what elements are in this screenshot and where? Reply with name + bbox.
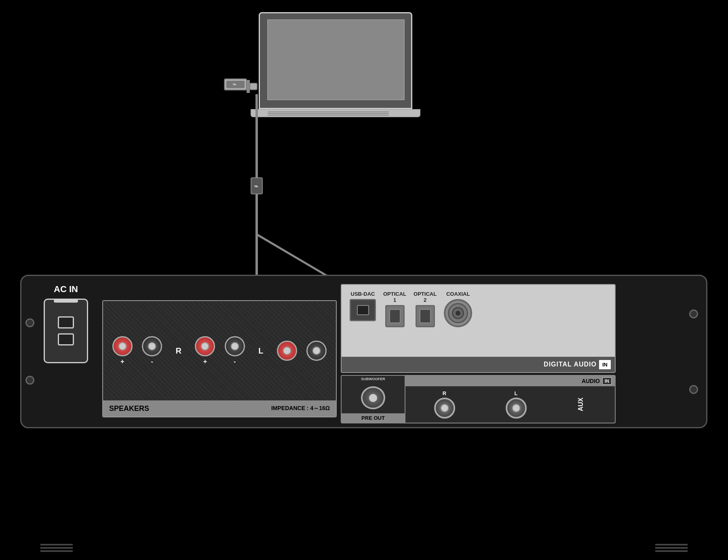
bottom-lines-right bbox=[655, 544, 688, 552]
svg-text:⌁: ⌁ bbox=[232, 81, 236, 88]
coaxial-label: COAXIAL bbox=[446, 291, 470, 297]
optical2-port bbox=[416, 305, 435, 327]
usb-dac-label: USB-DAC bbox=[351, 291, 375, 297]
ac-in-label: AC IN bbox=[54, 284, 78, 295]
ac-connector bbox=[44, 299, 88, 363]
screw-left-top bbox=[25, 318, 34, 327]
bottom-lines-left bbox=[40, 544, 73, 552]
bottom-line-1 bbox=[40, 544, 73, 545]
bottom-line-4 bbox=[655, 544, 688, 545]
speaker-terminals-rm bbox=[225, 336, 245, 356]
terminal-minus-label: - bbox=[151, 358, 153, 365]
terminal-l-minus bbox=[142, 336, 162, 356]
left-screws bbox=[25, 318, 34, 385]
terminal-inner-rp bbox=[201, 342, 209, 350]
optical1-inner bbox=[389, 309, 401, 323]
terminal-plus-label: + bbox=[120, 358, 124, 365]
rca-r-port bbox=[434, 398, 455, 419]
audio-in-text: AUDIO bbox=[582, 378, 600, 384]
optical1-group: OPTICAL1 bbox=[383, 291, 406, 327]
svg-rect-4 bbox=[250, 83, 257, 90]
bottom-line-6 bbox=[655, 550, 688, 552]
terminal-extra-2 bbox=[306, 341, 327, 361]
terminal-inner-rm bbox=[231, 342, 239, 350]
speaker-group-right-minus: - bbox=[225, 336, 245, 365]
digital-label-bar: DIGITAL AUDIO IN bbox=[342, 357, 615, 372]
audio-in-badge: IN bbox=[602, 377, 612, 385]
subwoofer-label: SUBWOOFER bbox=[360, 376, 386, 382]
terminal-r-plus bbox=[195, 336, 215, 356]
speakers-section: + - R + - L bbox=[102, 300, 337, 417]
svg-rect-3 bbox=[247, 80, 250, 93]
audio-in-label-bar: AUDIO IN bbox=[405, 376, 615, 386]
speaker-terminals-rp bbox=[195, 336, 215, 356]
speaker-group-extra1 bbox=[277, 341, 297, 361]
preout-label-bar: PRE OUT bbox=[342, 413, 405, 423]
coaxial-group: COAXIAL bbox=[444, 291, 472, 327]
terminal-inner-e1 bbox=[283, 347, 291, 355]
optical2-group: OPTICAL2 bbox=[414, 291, 437, 327]
bottom-line-5 bbox=[655, 547, 688, 549]
speakers-title: SPEAKERS bbox=[109, 404, 149, 413]
svg-text:⌁: ⌁ bbox=[254, 182, 258, 190]
screw-left-bottom bbox=[25, 376, 34, 385]
optical2-inner bbox=[420, 309, 431, 323]
knob-inner bbox=[369, 394, 377, 402]
speaker-group-left-plus: + bbox=[112, 336, 133, 365]
audio-in-section: AUDIO IN R L AUX bbox=[405, 375, 616, 423]
speaker-l-label: L bbox=[254, 346, 267, 356]
rca-r-group: R bbox=[434, 390, 455, 419]
preout-audio-section: SUBWOOFER PRE OUT AUDIO IN R bbox=[341, 375, 616, 423]
terminal-r-minus bbox=[225, 336, 245, 356]
digital-audio-section: USB-DAC OPTICAL1 OPTICAL2 bbox=[341, 284, 616, 373]
terminal-l-plus bbox=[112, 336, 133, 356]
speaker-group-left-minus: - bbox=[142, 336, 162, 365]
preout-section: SUBWOOFER PRE OUT bbox=[341, 375, 405, 423]
ac-slot-bottom bbox=[58, 333, 74, 345]
speakers-impedance: IMPEDANCE : 4～16Ω bbox=[271, 405, 330, 412]
coaxial-ring1 bbox=[448, 303, 468, 323]
digital-ports: USB-DAC OPTICAL1 OPTICAL2 bbox=[342, 285, 615, 333]
terminal-inner-lm bbox=[148, 342, 156, 350]
coaxial-center bbox=[456, 311, 460, 316]
speaker-group-extra2 bbox=[306, 341, 327, 361]
optical1-port bbox=[385, 305, 405, 327]
terminal-minus-r-label: - bbox=[234, 358, 236, 365]
coaxial-port bbox=[444, 299, 472, 327]
preout-subwoofer-knob bbox=[361, 386, 385, 409]
rca-l-inner bbox=[512, 404, 520, 412]
rca-l-label: L bbox=[515, 390, 518, 396]
speakers-label-bar: SPEAKERS IMPEDANCE : 4～16Ω bbox=[103, 400, 336, 417]
digital-in-badge: IN bbox=[599, 360, 611, 369]
speaker-group-right-plus: + bbox=[195, 336, 215, 365]
usb-dac-port bbox=[350, 299, 376, 321]
preout-label: PRE OUT bbox=[361, 415, 385, 421]
digital-audio-label: DIGITAL AUDIO bbox=[544, 361, 597, 368]
svg-line-8 bbox=[257, 234, 336, 281]
rca-r-label: R bbox=[443, 390, 446, 396]
terminal-inner bbox=[118, 342, 127, 350]
rca-l-group: L bbox=[506, 390, 527, 419]
speaker-r-label: R bbox=[172, 346, 186, 356]
usb-dac-group: USB-DAC bbox=[350, 291, 376, 321]
ac-in-section: AC IN bbox=[34, 284, 98, 417]
usb-connector-laptop: ⌁ bbox=[224, 79, 257, 93]
rca-r-inner bbox=[441, 404, 449, 412]
screw-right-top bbox=[689, 309, 698, 318]
bottom-decorative-lines bbox=[0, 544, 728, 552]
optical2-label: OPTICAL2 bbox=[414, 291, 437, 303]
terminal-extra-1 bbox=[277, 341, 297, 361]
rca-l-port bbox=[506, 398, 527, 419]
speaker-terminals-grid: + - R + - L bbox=[103, 301, 336, 400]
ac-slot-top bbox=[58, 316, 74, 328]
terminal-inner-e2 bbox=[312, 347, 321, 355]
usb-port-hole bbox=[357, 305, 369, 315]
right-screws bbox=[689, 276, 698, 427]
bottom-line-2 bbox=[40, 547, 73, 549]
optical1-label: OPTICAL1 bbox=[383, 291, 406, 303]
terminal-plus-r-label: + bbox=[203, 358, 207, 365]
speaker-terminals-lm bbox=[142, 336, 162, 356]
coaxial-ring2 bbox=[452, 307, 464, 319]
audio-in-ports: R L AUX bbox=[405, 386, 615, 423]
bottom-line-3 bbox=[40, 550, 73, 552]
